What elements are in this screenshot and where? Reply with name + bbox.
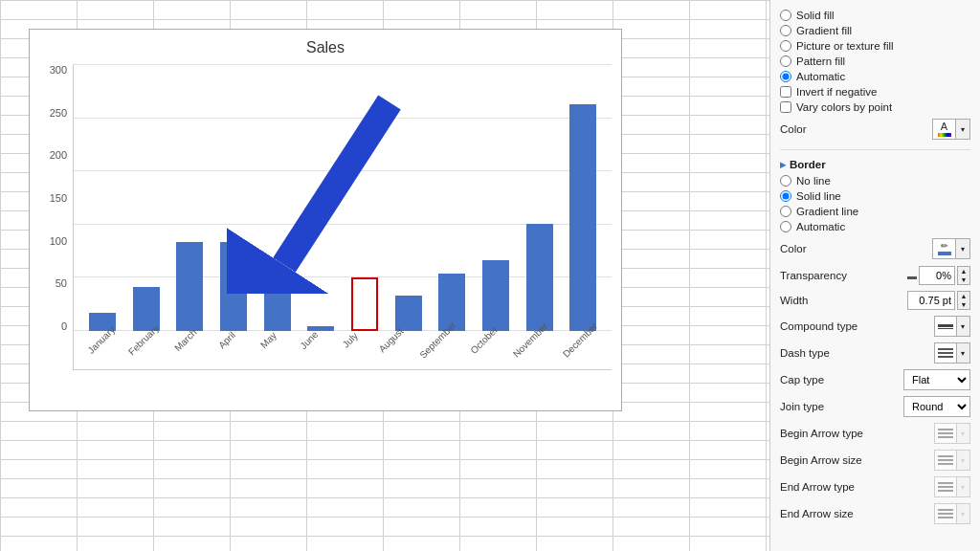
begin-arrow-size-lines-icon — [936, 453, 955, 467]
transparency-input[interactable] — [919, 266, 955, 285]
dash-type-button[interactable]: ▾ — [934, 342, 970, 364]
invert-negative-row[interactable]: Invert if negative — [780, 84, 970, 99]
dash-line-1 — [938, 348, 953, 350]
solid-line-radio[interactable] — [780, 190, 791, 202]
x-label-march: March — [168, 331, 204, 369]
bar-group-february[interactable] — [127, 64, 166, 331]
solid-fill-radio[interactable] — [780, 10, 791, 21]
end-arrow-type-arrow[interactable]: ▾ — [957, 477, 969, 496]
begin-arrow-size-label: Begin Arrow size — [780, 454, 934, 466]
picture-fill-radio[interactable] — [780, 40, 791, 52]
transparency-slider-icon: ▬ — [907, 271, 917, 281]
end-arrow-size-arrow[interactable]: ▾ — [957, 504, 969, 523]
bar-november[interactable] — [526, 224, 553, 331]
end-arrow-size-control: ▾ — [934, 503, 970, 524]
y-label-200: 200 — [50, 149, 67, 161]
begin-arrow-type-arrow[interactable]: ▾ — [957, 424, 969, 443]
bar-group-may[interactable] — [258, 64, 297, 331]
dash-line-3 — [938, 356, 953, 358]
chart-container[interactable]: Sales 300 250 200 150 100 50 0 — [29, 29, 622, 411]
cap-type-select[interactable]: Flat Round Square — [903, 369, 970, 390]
gradient-line-row[interactable]: Gradient line — [780, 204, 970, 219]
solid-fill-row[interactable]: Solid fill — [780, 8, 970, 23]
dash-type-row: Dash type ▾ — [780, 340, 970, 366]
no-line-row[interactable]: No line — [780, 173, 970, 188]
gradient-line-label: Gradient line — [796, 206, 858, 217]
width-input[interactable] — [907, 291, 955, 310]
bar-group-april[interactable] — [214, 64, 253, 331]
fill-color-label: Color — [780, 123, 932, 135]
bar-group-july[interactable] — [345, 64, 384, 331]
gradient-fill-radio[interactable] — [780, 25, 791, 36]
end-arrow-size-icon — [935, 504, 957, 523]
bar-group-november[interactable] — [521, 64, 559, 331]
compound-type-control: ▾ — [934, 316, 970, 337]
bar-august[interactable] — [395, 296, 422, 331]
transparency-spinner[interactable]: ▲ ▼ — [957, 266, 970, 285]
bars-area — [74, 64, 612, 331]
bar-group-december[interactable] — [564, 64, 602, 331]
begin-arrow-size-arrow[interactable]: ▾ — [957, 451, 969, 470]
bar-group-august[interactable] — [390, 64, 428, 331]
auto-line-radio[interactable] — [780, 221, 791, 232]
end-arrow-type-button[interactable]: ▾ — [934, 476, 970, 497]
dash-type-icon[interactable] — [935, 343, 957, 363]
end-arrow-size-button[interactable]: ▾ — [934, 503, 970, 524]
fill-color-button[interactable]: A ▾ — [932, 119, 970, 140]
vary-colors-checkbox[interactable] — [780, 101, 791, 113]
begin-arrow-type-button[interactable]: ▾ — [934, 423, 970, 444]
automatic-fill-radio[interactable] — [780, 71, 791, 82]
esize-line-2 — [938, 513, 953, 515]
compound-type-arrow[interactable]: ▾ — [957, 317, 969, 336]
end-arrow-size-label: End Arrow size — [780, 508, 934, 519]
pattern-fill-row[interactable]: Pattern fill — [780, 54, 970, 69]
bar-april[interactable] — [220, 242, 247, 331]
no-line-radio[interactable] — [780, 175, 791, 187]
invert-negative-checkbox[interactable] — [780, 86, 791, 98]
border-color-button[interactable]: ✏ ▾ — [932, 238, 970, 259]
compound-type-row: Compound type ▾ — [780, 313, 970, 340]
fill-color-icon-part[interactable]: A — [933, 120, 956, 139]
auto-line-row[interactable]: Automatic — [780, 219, 970, 234]
bar-group-january[interactable] — [83, 64, 122, 331]
bar-december[interactable] — [569, 104, 596, 331]
bar-group-october[interactable] — [477, 64, 515, 331]
dash-type-arrow[interactable]: ▾ — [957, 343, 969, 363]
cap-type-row: Cap type Flat Round Square — [780, 366, 970, 393]
border-section-header[interactable]: ▶ Border — [780, 155, 970, 173]
begin-arrow-size-button[interactable]: ▾ — [934, 450, 970, 471]
bar-march[interactable] — [176, 242, 203, 331]
bar-october[interactable] — [482, 260, 509, 331]
format-panel: Solid fill Gradient fill Picture or text… — [769, 0, 980, 551]
width-down[interactable]: ▼ — [958, 300, 969, 309]
width-up[interactable]: ▲ — [958, 292, 969, 300]
bsize-line-2 — [938, 459, 953, 461]
end-arrow-type-row: End Arrow type ▾ — [780, 474, 970, 500]
spreadsheet-area: Sales 300 250 200 150 100 50 0 — [0, 0, 769, 551]
etype-line-1 — [938, 482, 953, 484]
join-type-select[interactable]: Round Bevel Miter — [903, 396, 970, 417]
width-spinner[interactable]: ▲ ▼ — [957, 291, 970, 310]
transparency-down[interactable]: ▼ — [958, 276, 969, 284]
bar-group-september[interactable] — [433, 64, 471, 331]
vary-colors-row[interactable]: Vary colors by point — [780, 99, 970, 115]
gradient-line-radio[interactable] — [780, 206, 791, 217]
begin-arrow-lines-icon — [936, 427, 955, 440]
bar-group-march[interactable] — [170, 64, 209, 331]
bar-group-june[interactable] — [301, 64, 340, 331]
fill-color-dropdown-arrow[interactable]: ▾ — [956, 120, 969, 139]
bsize-line-3 — [938, 463, 953, 465]
picture-fill-row[interactable]: Picture or texture fill — [780, 38, 970, 54]
border-color-dropdown-arrow[interactable]: ▾ — [956, 239, 969, 258]
solid-line-row[interactable]: Solid line — [780, 188, 970, 204]
bar-may[interactable] — [264, 277, 291, 331]
bar-july[interactable] — [351, 277, 378, 331]
pattern-fill-radio[interactable] — [780, 55, 791, 67]
compound-type-button[interactable]: ▾ — [934, 316, 970, 337]
border-color-icon-part[interactable]: ✏ — [933, 239, 956, 258]
transparency-up[interactable]: ▲ — [958, 267, 969, 276]
gradient-fill-row[interactable]: Gradient fill — [780, 23, 970, 38]
compound-type-icon[interactable] — [935, 317, 957, 336]
end-arrow-type-control: ▾ — [934, 476, 970, 497]
automatic-fill-row[interactable]: Automatic — [780, 69, 970, 84]
